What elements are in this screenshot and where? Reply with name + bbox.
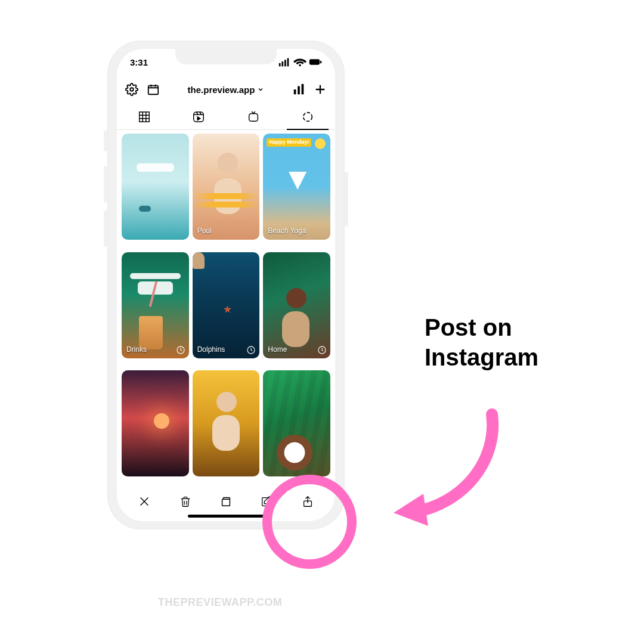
watermark: THEPREVIEWAPP.COM [158,596,282,609]
username-label: the.preview.app [188,85,255,95]
story-label: Beach Yoga [268,227,306,235]
story-tile[interactable]: Home [263,252,330,358]
clock-icon [176,345,185,355]
svg-rect-5 [320,61,321,64]
story-tile[interactable]: Happy Monday! Beach Yoga [263,134,330,240]
svg-rect-18 [222,499,230,506]
calendar-icon[interactable] [147,83,160,96]
svg-rect-10 [302,84,304,94]
story-tile[interactable] [193,370,260,476]
svg-rect-0 [279,63,281,67]
chevron-down-icon [257,85,264,95]
svg-rect-13 [249,113,258,121]
volume-up-button [104,166,107,203]
power-button [345,172,348,227]
callout-text: Post on Instagram [425,312,538,372]
svg-rect-8 [294,89,296,94]
story-label: Drinks [126,345,147,354]
callout-line-2: Instagram [425,342,538,372]
content-tabs [117,104,335,130]
close-icon[interactable] [138,495,151,508]
story-label: Pool [197,227,212,235]
battery-icon [309,55,322,69]
trash-icon[interactable] [179,495,192,508]
story-tile[interactable]: Drinks [122,252,189,358]
sun-icon [315,138,326,149]
callout-line-1: Post on [425,312,538,342]
volume-down-button [104,210,107,247]
stories-grid: Pool Happy Monday! Beach Yoga Drinks Dol… [122,134,330,485]
wifi-icon [293,55,306,69]
cellular-icon [278,55,291,69]
story-tile[interactable] [263,370,330,476]
phone-notch [175,49,277,64]
app-nav: the.preview.app [117,78,335,101]
tab-igtv[interactable] [226,104,281,129]
stack-icon[interactable] [219,495,233,508]
story-tile[interactable] [122,370,189,476]
story-label: Dolphins [197,345,225,354]
side-button [104,130,107,151]
story-badge: Happy Monday! [267,138,311,147]
svg-point-6 [130,88,134,91]
tab-stories[interactable] [281,104,336,129]
clock-icon [246,345,256,355]
annotation-arrow [358,388,513,543]
status-time: 3:31 [130,57,148,67]
story-tile[interactable]: Pool [193,134,260,240]
clock-icon [317,345,327,355]
story-tile[interactable]: Dolphins [193,252,260,358]
svg-rect-9 [298,86,300,95]
svg-rect-2 [284,60,286,66]
svg-rect-3 [287,58,289,67]
svg-point-14 [304,112,312,121]
story-label: Home [268,345,287,354]
phone-screen: 3:31 [117,49,335,521]
analytics-icon[interactable] [292,83,305,96]
annotation-circle [262,475,357,569]
phone-frame: 3:31 [107,41,345,530]
svg-rect-4 [309,59,320,64]
svg-rect-1 [281,61,283,66]
add-icon[interactable] [314,83,327,96]
home-indicator [188,515,264,518]
svg-rect-7 [148,86,159,95]
svg-rect-12 [194,112,204,122]
tab-grid[interactable] [117,104,172,129]
gear-icon[interactable] [125,83,138,96]
story-tile[interactable] [122,134,189,240]
account-switcher[interactable]: the.preview.app [188,85,265,95]
svg-rect-11 [140,112,150,122]
tab-reels[interactable] [172,104,227,129]
